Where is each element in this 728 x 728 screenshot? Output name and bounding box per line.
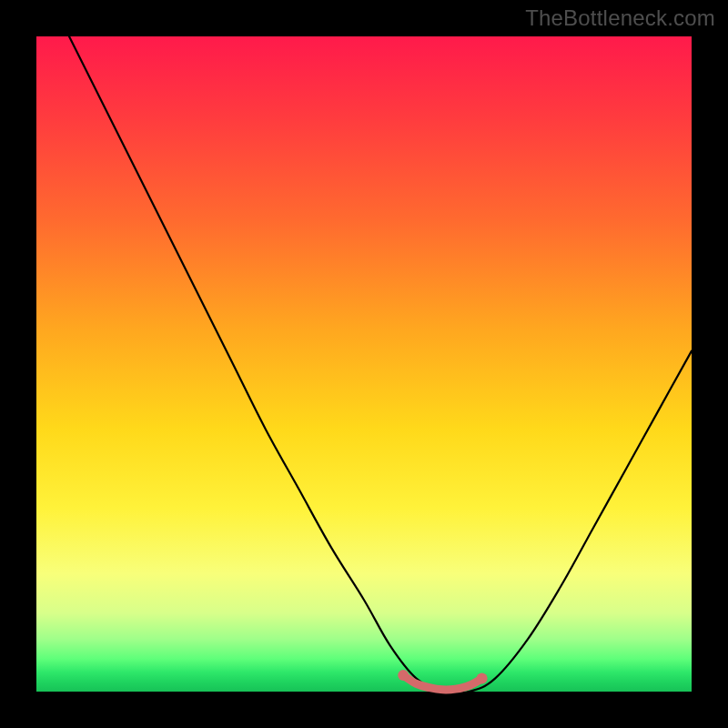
optimal-zone-endpoint bbox=[477, 673, 488, 684]
bottleneck-curve bbox=[69, 36, 692, 693]
plot-area bbox=[36, 36, 692, 692]
watermark-text: TheBottleneck.com bbox=[525, 5, 715, 31]
curve-layer bbox=[36, 36, 692, 692]
optimal-zone-endpoint bbox=[398, 670, 409, 681]
chart-frame: TheBottleneck.com bbox=[0, 0, 728, 728]
